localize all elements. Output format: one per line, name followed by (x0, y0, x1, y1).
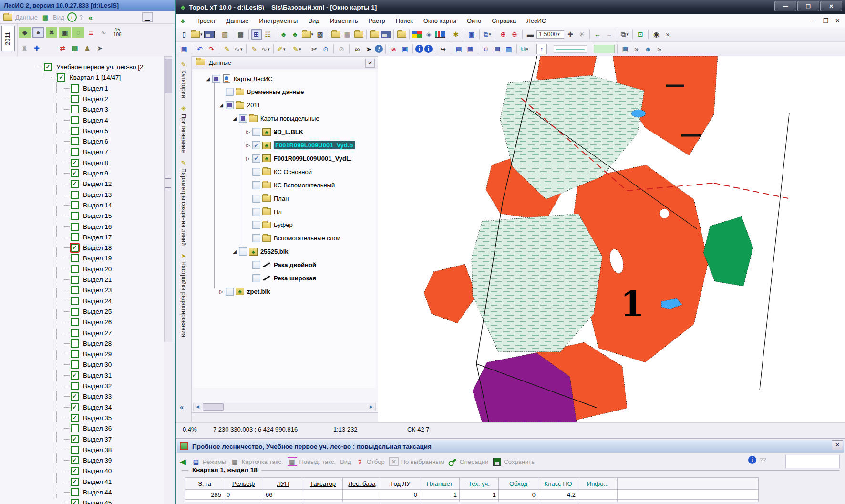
tree-item-label[interactable]: Выдел 8 (83, 159, 108, 166)
column-header[interactable]: Обход (499, 478, 538, 490)
scale-ruler-icon[interactable]: ▬ (525, 29, 536, 40)
tree-checkbox[interactable] (71, 254, 79, 262)
tree-item-label[interactable]: Выдел 20 (83, 266, 112, 273)
folder-edit-icon[interactable] (369, 29, 380, 40)
map-outline-icon[interactable]: ◌ (72, 27, 84, 38)
grid-icon[interactable]: ▦ (342, 29, 352, 40)
cancel-icon[interactable]: ⊘ (336, 44, 347, 54)
tree-item[interactable]: ✓Выдел 41 (64, 477, 112, 487)
table-create-icon[interactable]: ▦ (179, 44, 189, 54)
tree-item-label[interactable]: Выдел 33 (83, 393, 112, 400)
layer-item[interactable]: КС Вспомогательный (245, 179, 335, 191)
tree-checkbox[interactable] (71, 84, 79, 93)
tree-checkbox[interactable] (71, 318, 79, 326)
menu-изменить[interactable]: Изменить (330, 17, 358, 24)
tree-item-label[interactable]: Выдел 6 (83, 138, 108, 145)
layer-label[interactable]: F001R099L009U001_VydL. (274, 155, 352, 162)
lesis-tree-scrollbar[interactable] (164, 56, 172, 342)
tree-item-label[interactable]: Выдел 5 (83, 127, 108, 134)
tree-item[interactable]: Выдел 15 (64, 211, 112, 221)
tree-checkbox[interactable] (71, 488, 79, 496)
layer-label[interactable]: 2011 (247, 102, 260, 109)
line-style-tool-icon[interactable]: ∿▾ (233, 44, 244, 54)
map-folder-icon[interactable]: ▾ (301, 29, 314, 40)
tree-checkbox[interactable] (71, 339, 79, 348)
tree-item[interactable]: ✓Выдел 12 (64, 179, 112, 189)
folder-new-icon[interactable] (353, 29, 364, 40)
tree-checkbox[interactable] (71, 148, 79, 156)
select-person-icon[interactable]: ? (375, 45, 383, 53)
tree-item[interactable]: Выдел 1 (64, 83, 108, 93)
tree-checkbox[interactable] (71, 116, 79, 124)
tree-item[interactable]: Выдел 6 (64, 136, 108, 146)
table-cell[interactable] (618, 490, 759, 500)
tree-item[interactable]: ✓Выдел 8 (64, 158, 108, 168)
tree-insert-icon[interactable]: ♣ (278, 29, 289, 40)
tree-item-label[interactable]: Выдел 31 (83, 372, 112, 379)
updown-arrow-icon[interactable]: ↕ (536, 44, 547, 54)
tree-checkbox[interactable] (71, 424, 79, 432)
tree-item[interactable]: Выдел 7 (64, 147, 108, 157)
tree-expander-icon[interactable]: ◢ (205, 76, 211, 82)
center-cross-icon[interactable]: ✚ (565, 29, 576, 40)
menu-лесис[interactable]: ЛесИС (526, 17, 546, 24)
palette-icon[interactable] (412, 31, 422, 38)
layer-item[interactable]: Пл (245, 206, 282, 217)
tree-item-label[interactable]: Выдел 41 (83, 478, 112, 485)
scroll-right-icon[interactable]: ▶ (367, 403, 375, 411)
tree-item[interactable]: Выдел 16 (64, 222, 112, 232)
tree-item[interactable]: Выдел 28 (64, 339, 112, 349)
tree-expander-icon[interactable]: ▷ (245, 143, 251, 148)
tree-item-label[interactable]: Выдел 26 (83, 319, 112, 326)
mdi-restore-button[interactable]: ❐ (823, 17, 828, 24)
tree-expander-icon[interactable]: ▷ (218, 289, 225, 294)
new-document-icon[interactable]: ▯ (179, 29, 189, 40)
by-selected-button[interactable]: ✕По выбранным (389, 457, 444, 466)
pan-hand-icon[interactable]: ✳ (577, 29, 587, 40)
tree-expander-icon[interactable]: ◢ (231, 116, 238, 121)
tree-item[interactable]: ✓Выдел 9 (64, 168, 108, 178)
tree-item-label[interactable]: Выдел 27 (83, 329, 112, 337)
layer-label[interactable]: План (274, 195, 289, 202)
tree-item[interactable]: ✓Выдел 37 (64, 434, 112, 444)
scroll-left-icon[interactable]: ◀ (194, 403, 202, 411)
table-cell[interactable] (578, 490, 618, 500)
tree-item[interactable]: Выдел 21 (64, 275, 112, 285)
tree-checkbox[interactable] (71, 127, 79, 135)
tree-item[interactable]: ✓Квартал 1 [14/47] (51, 72, 121, 82)
table-cell[interactable]: 285 (185, 490, 224, 500)
tree-checkbox[interactable]: ✓ (71, 180, 79, 188)
tree-checkbox[interactable] (71, 382, 79, 390)
tree-item[interactable]: Выдел 23 (64, 285, 112, 295)
raster-checker-icon[interactable]: ▩ (315, 29, 325, 40)
layer-checkbox[interactable] (252, 221, 260, 229)
tree-checkbox[interactable] (71, 276, 79, 284)
menu-vid[interactable]: Вид (53, 14, 64, 21)
tree-expander-icon[interactable]: ▷ (245, 156, 251, 161)
splitter-grip[interactable] (165, 178, 171, 188)
tree-item-label[interactable]: Выдел 19 (83, 255, 112, 262)
povyd-taxation-button[interactable]: ▦Повыд. такс. (288, 457, 336, 466)
tree-item[interactable]: Выдел 30 (64, 360, 112, 370)
tree-checkbox[interactable]: ✓ (71, 371, 79, 380)
taxation-table[interactable]: S, гаРельефЛУПТаксаторЛес. базаГод ЛУПла… (185, 477, 759, 502)
layer-item[interactable]: ◢♣25525.blk (231, 246, 289, 257)
table-cell[interactable]: 1 (460, 490, 499, 500)
tree-item-label[interactable]: Учебное первое уч. лес-во [2 (56, 63, 144, 71)
tree-item[interactable]: Выдел 38 (64, 445, 112, 455)
tab-prityagivanie[interactable]: ✳Притягивание (180, 105, 187, 153)
tab-kategorii[interactable]: ✎Категории (180, 61, 187, 98)
tree-checkbox[interactable] (71, 212, 79, 220)
folder-export-icon[interactable] (396, 29, 407, 40)
overflow-chevron-icon[interactable]: » (662, 29, 673, 40)
layer-label[interactable]: zpet.blk (247, 288, 270, 295)
tree-checkbox[interactable]: ✓ (71, 403, 79, 411)
tree-item-label[interactable]: Выдел 18 (83, 244, 112, 251)
tree-item[interactable]: Выдел 19 (64, 253, 112, 263)
mdi-minimize-button[interactable]: — (810, 17, 816, 24)
window-close-button[interactable]: ✕ (820, 1, 842, 11)
taxation-close-button[interactable]: ✕ (832, 440, 843, 450)
layer-item[interactable]: ◢Карты ЛесИС (205, 73, 273, 84)
tree-item[interactable]: ✓Учебное первое уч. лес-во [2 (37, 62, 144, 72)
layer-item[interactable]: ◢2011 (218, 100, 260, 111)
